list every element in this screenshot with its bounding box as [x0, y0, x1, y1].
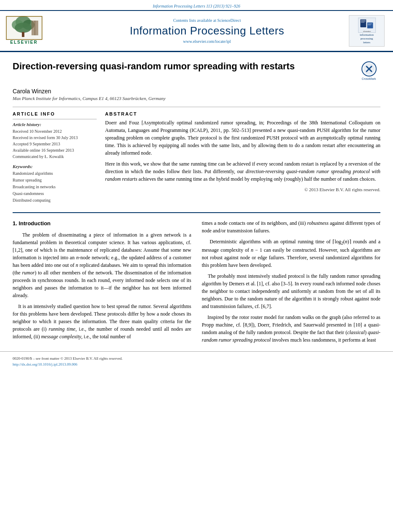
right-para-1: times a node contacts one of its neighbo… [202, 219, 380, 234]
journal-top-bar: Information Processing Letters 113 (2013… [0, 0, 393, 11]
history-item-4: Available online 16 September 2013 [13, 147, 97, 153]
svg-rect-17 [367, 25, 371, 25]
section-1-heading: 1. Introduction [13, 219, 191, 228]
history-item-1: Received 10 November 2012 [13, 128, 97, 134]
keyword-5: Distributed computing [13, 197, 97, 204]
elsevier-logo-area: ELSEVIER [4, 14, 71, 47]
abstract-para-1: Doerr and Fouz [Asymptotically optimal r… [105, 119, 380, 157]
issn-text: 0020-0190/$ – see front matter © 2013 El… [13, 356, 123, 361]
info-abstract-columns: ARTICLE INFO Article history: Received 1… [13, 111, 380, 204]
info-divider [13, 119, 97, 119]
history-item-5: Communicated by Ł. Kowalik [13, 153, 97, 160]
svg-text:information: information [363, 31, 371, 32]
author-name: Carola Winzen [13, 88, 380, 95]
abstract-text: Doerr and Fouz [Asymptotically optimal r… [105, 119, 380, 183]
article-info-title: ARTICLE INFO [13, 111, 97, 116]
right-para-3: The probably most intensively studied pr… [202, 272, 380, 310]
footer-issn: 0020-0190/$ – see front matter © 2013 El… [13, 356, 380, 362]
article-info-col: ARTICLE INFO Article history: Received 1… [13, 111, 97, 204]
journal-logo-icon: information [352, 17, 382, 33]
body-separator [13, 212, 380, 213]
intro-para-1: The problem of disseminating a piece of … [13, 231, 191, 299]
keyword-3: Broadcasting in networks [13, 184, 97, 190]
keyword-4: Quasi-randomness [13, 190, 97, 197]
author-section: Carola Winzen Max Planck Institute for I… [13, 84, 380, 103]
article-title: Direction-reversing quasi-random rumor s… [13, 61, 349, 73]
journal-name: Information Processing Letters [71, 24, 343, 37]
svg-rect-15 [367, 23, 373, 29]
section-number: 1. [13, 220, 18, 226]
journal-reference: Information Processing Letters 113 (2013… [153, 4, 240, 8]
sciencedirect-link-text[interactable]: ScienceDirect [217, 18, 241, 23]
journal-logo-right: information informationprocessingletters [343, 15, 385, 47]
crossmark-label: CrossMark [362, 77, 376, 80]
history-item-3: Accepted 9 September 2013 [13, 141, 97, 147]
main-content: Direction-reversing quasi-random rumor s… [0, 52, 393, 347]
abstract-para-2: Here in this work, we show that the same… [105, 160, 380, 183]
journal-title-area: Contents lists available at ScienceDirec… [71, 18, 343, 44]
body-col-right: times a node contacts one of its neighbo… [202, 219, 380, 347]
intro-para-2: It is an intensively studied question ho… [13, 303, 191, 340]
abstract-title: ABSTRACT [105, 111, 380, 116]
abstract-italic-phrase: direction-reversing quasi-random rumor s… [105, 169, 380, 182]
crossmark-badge: CrossMark [357, 61, 380, 80]
history-label: Article history: [13, 122, 97, 127]
keyword-2: Rumor spreading [13, 177, 97, 184]
right-para-2: Deterministic algorithms with an optimal… [202, 238, 380, 269]
svg-point-4 [15, 23, 32, 33]
doi-link[interactable]: http://dx.doi.org/10.1016/j.ipl.2013.09.… [13, 362, 77, 366]
svg-rect-12 [361, 20, 365, 20]
abstract-col: ABSTRACT Doerr and Fouz [Asymptotically … [105, 111, 380, 204]
section-title: Introduction [18, 220, 50, 226]
body-col-left: 1. Introduction The problem of dissemina… [13, 219, 191, 347]
journal-header: ELSEVIER Contents lists available at Sci… [0, 11, 393, 52]
svg-rect-16 [367, 24, 372, 24]
body-columns: 1. Introduction The problem of dissemina… [13, 219, 380, 347]
history-item-2: Received in revised form 30 July 2013 [13, 134, 97, 141]
footer-area: 0020-0190/$ – see front matter © 2013 El… [0, 351, 393, 369]
divider-1 [13, 107, 380, 107]
article-title-section: Direction-reversing quasi-random rumor s… [13, 52, 380, 84]
copyright-line: © 2013 Elsevier B.V. All rights reserved… [105, 187, 380, 192]
svg-rect-14 [361, 22, 364, 22]
crossmark-icon-svg [361, 61, 377, 77]
right-para-4: Inspired by the rotor router model for r… [202, 313, 380, 344]
svg-rect-5 [22, 32, 24, 37]
svg-rect-13 [361, 21, 365, 21]
footer-doi[interactable]: http://dx.doi.org/10.1016/j.ipl.2013.09.… [13, 362, 380, 368]
keywords-label: Keywords: [13, 164, 97, 169]
journal-logo-box: information informationprocessingletters [349, 15, 385, 47]
journal-url[interactable]: www.elsevier.com/locate/ipl [71, 39, 343, 44]
keyword-1: Randomized algorithms [13, 170, 97, 177]
svg-rect-11 [360, 19, 366, 27]
journal-url-text: www.elsevier.com/locate/ipl [183, 39, 231, 44]
affiliation: Max Planck Institute for Informatics, Ca… [13, 96, 380, 101]
logo-box-text: informationprocessingletters [360, 33, 374, 45]
sciencedirect-text: Contents lists available at ScienceDirec… [71, 18, 343, 23]
svg-text:ELSEVIER: ELSEVIER [10, 40, 37, 45]
elsevier-logo-svg: ELSEVIER [4, 14, 63, 46]
